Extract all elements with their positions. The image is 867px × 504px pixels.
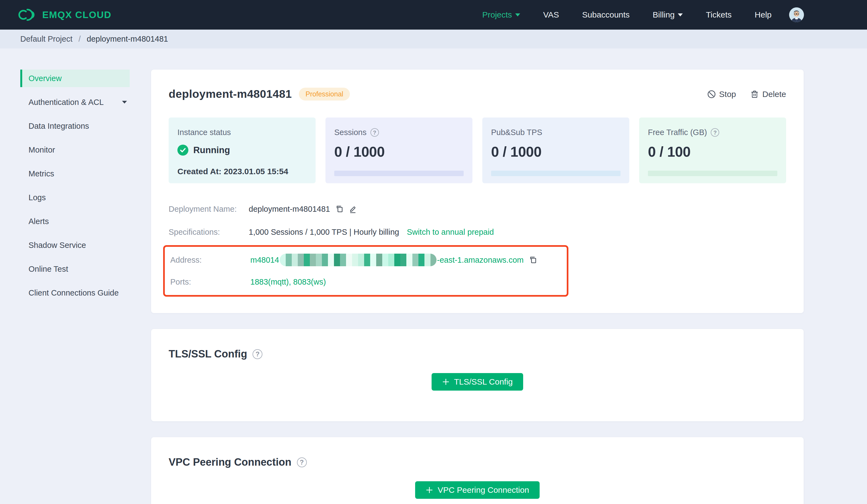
nav-item-label: VAS <box>543 10 559 20</box>
sessions-value: 0 / 1000 <box>334 143 464 160</box>
help-icon[interactable]: ? <box>711 128 719 137</box>
switch-billing-link[interactable]: Switch to annual prepaid <box>407 228 494 237</box>
instance-status-card: Instance status Running Created At: 2023… <box>169 118 315 183</box>
sidebar-item-label: Data Integrations <box>29 122 89 131</box>
sessions-progress-bar <box>334 171 464 176</box>
nav-item[interactable]: Tickets <box>706 10 731 20</box>
brand-logo[interactable]: EMQX CLOUD <box>18 8 111 22</box>
sidebar-item[interactable]: Overview <box>20 69 130 87</box>
address-value: m48014 -east-1.amazonaws.com <box>250 254 524 266</box>
stop-button[interactable]: Stop <box>707 90 736 99</box>
sidebar-item[interactable]: Shadow Service <box>20 237 130 254</box>
sidebar-item[interactable]: Online Test <box>20 260 130 278</box>
redacted-pixel-block <box>413 254 418 266</box>
redacted-pixel-block <box>328 254 334 266</box>
ports-label: Ports: <box>170 277 250 286</box>
nav-item[interactable]: Help <box>754 10 772 20</box>
redacted-pixel-block <box>298 254 304 266</box>
sidebar-item[interactable]: Client Connections Guide <box>20 284 130 302</box>
sessions-card: Sessions ? 0 / 1000 <box>325 118 472 183</box>
emqx-logo-icon <box>18 8 36 22</box>
nav-item[interactable]: VAS <box>543 10 559 20</box>
redacted-pixel-block <box>280 254 286 266</box>
redacted-pixel-block <box>352 254 358 266</box>
redacted-pixel-block <box>370 254 376 266</box>
breadcrumb-project[interactable]: Default Project <box>20 34 72 44</box>
redacted-pixel-block <box>364 254 370 266</box>
nav-item-label: Tickets <box>706 10 731 20</box>
vpc-peering-card: VPC Peering Connection ? VPC Peering Con… <box>151 437 804 504</box>
deployment-title-row: deployment-m4801481 Professional Stop <box>169 88 786 100</box>
nav-item-label: Help <box>754 10 772 20</box>
check-circle-icon <box>178 145 189 156</box>
redacted-pixel-block <box>304 254 310 266</box>
add-vpc-peering-label: VPC Peering Connection <box>438 485 529 495</box>
sidebar-item[interactable]: Alerts <box>20 212 130 230</box>
tps-progress-bar <box>491 171 621 176</box>
status-text: Running <box>193 145 230 155</box>
ports-value: 1883(mqtt), 8083(ws) <box>250 277 326 286</box>
tls-ssl-card: TLS/SSL Config ? TLS/SSL Config <box>151 329 804 421</box>
address-label: Address: <box>170 255 250 265</box>
annotation-box: Address: m48014 -east-1.amazonaws.com <box>163 245 568 297</box>
nav-item[interactable]: Billing <box>653 10 683 20</box>
traffic-value: 0 / 100 <box>648 143 777 160</box>
sidebar-item[interactable]: Authentication & ACL <box>20 94 130 111</box>
redacted-pixel-block <box>425 254 430 266</box>
redacted-pixel-block <box>376 254 382 266</box>
pencil-icon <box>349 205 357 213</box>
redacted-pixel-block <box>430 254 437 266</box>
user-avatar[interactable] <box>789 8 804 22</box>
avatar-illustration <box>789 8 804 22</box>
redacted-pixel-block <box>286 254 292 266</box>
created-at-text: Created At: 2023.01.05 15:54 <box>178 167 307 176</box>
sidebar-item-label: Alerts <box>29 217 49 226</box>
redacted-pixel-block <box>388 254 394 266</box>
plan-badge: Professional <box>299 88 350 100</box>
sidebar-item-label: Online Test <box>29 265 68 274</box>
breadcrumb: Default Project / deployment-m4801481 <box>0 30 867 48</box>
redacted-address-mosaic <box>280 254 437 266</box>
sidebar-item[interactable]: Logs <box>20 189 130 206</box>
delete-label: Delete <box>762 90 786 99</box>
breadcrumb-separator: / <box>78 34 81 44</box>
nav-item[interactable]: Subaccounts <box>582 10 630 20</box>
specifications-value: 1,000 Sessions / 1,000 TPS | Hourly bill… <box>249 228 399 237</box>
add-tls-ssl-button[interactable]: TLS/SSL Config <box>431 373 523 391</box>
main-content: deployment-m4801481 Professional Stop <box>151 48 804 504</box>
sidebar-item[interactable]: Monitor <box>20 141 130 158</box>
sidebar-item-label: Monitor <box>29 145 55 154</box>
vpc-peering-heading: VPC Peering Connection <box>169 456 291 468</box>
nav-item[interactable]: Projects <box>482 10 520 20</box>
free-traffic-card: Free Traffic (GB) ? 0 / 100 <box>639 118 786 183</box>
delete-button[interactable]: Delete <box>750 90 786 99</box>
help-icon[interactable]: ? <box>371 128 379 137</box>
deployment-actions: Stop Delete <box>707 90 786 99</box>
sidebar-item-label: Logs <box>29 193 46 202</box>
sidebar-item[interactable]: Metrics <box>20 165 130 183</box>
breadcrumb-current: deployment-m4801481 <box>87 34 168 44</box>
edit-deployment-name-button[interactable] <box>349 205 357 213</box>
help-icon[interactable]: ? <box>253 349 263 359</box>
redacted-pixel-block <box>418 254 425 266</box>
nav-item-label: Billing <box>653 10 675 20</box>
instance-status-label: Instance status <box>178 128 231 137</box>
chevron-down-icon <box>515 13 520 17</box>
copy-address-button[interactable] <box>529 256 537 264</box>
traffic-label: Free Traffic (GB) <box>648 128 707 137</box>
deployment-title: deployment-m4801481 <box>169 88 292 100</box>
chevron-down-icon <box>122 101 127 103</box>
redacted-pixel-block <box>346 254 352 266</box>
plus-icon <box>426 486 433 494</box>
sidebar-item[interactable]: Data Integrations <box>20 117 130 135</box>
nav-item-label: Subaccounts <box>582 10 630 20</box>
redacted-pixel-block <box>322 254 328 266</box>
tls-ssl-heading: TLS/SSL Config <box>169 348 247 360</box>
copy-deployment-name-button[interactable] <box>335 205 344 213</box>
sidebar-item-label: Overview <box>29 74 62 83</box>
add-vpc-peering-button[interactable]: VPC Peering Connection <box>415 481 539 499</box>
help-icon[interactable]: ? <box>297 458 307 467</box>
deployment-name-value: deployment-m4801481 <box>249 205 330 213</box>
sidebar-item-label: Metrics <box>29 169 54 178</box>
tps-label: Pub&Sub TPS <box>491 128 542 137</box>
